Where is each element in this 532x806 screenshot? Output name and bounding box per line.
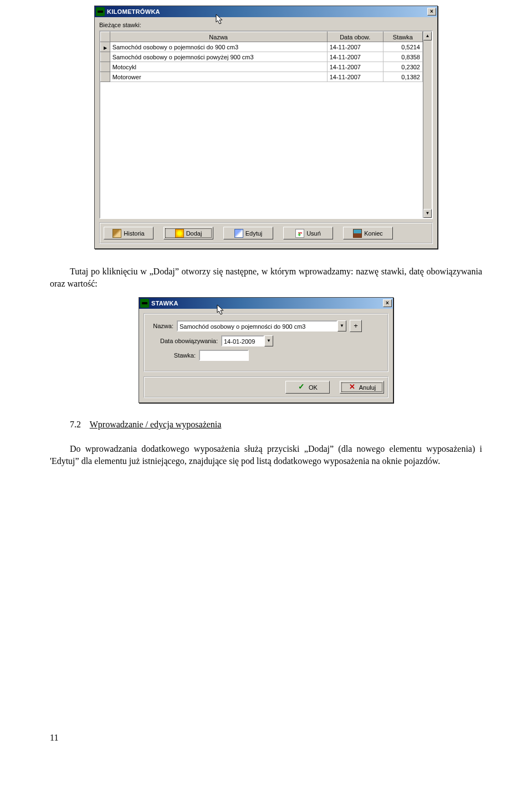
window-title: KILOMETRÓWKA	[107, 8, 160, 15]
stawka-label: Stawka:	[149, 352, 199, 359]
history-icon	[112, 229, 121, 238]
button-panel: OK Anuluj	[144, 376, 388, 398]
grid-marker-header	[101, 32, 110, 42]
app-icon	[140, 299, 149, 308]
anuluj-button[interactable]: Anuluj	[340, 381, 384, 394]
grid-row[interactable]: Samochód osobowy o pojemności powyżej 90…	[101, 52, 423, 62]
delete-icon	[295, 229, 304, 238]
scroll-up-button[interactable]: ▲	[423, 32, 432, 40]
button-panel: Historia Dodaj Edytuj Usuń Koniec	[99, 222, 433, 244]
edytuj-button[interactable]: Edytuj	[223, 227, 273, 239]
grid-col-stawka[interactable]: Stawka	[383, 32, 422, 42]
section-heading: 7.2 Wprowadzanie / edycja wyposażenia	[70, 420, 482, 430]
nazwa-dropdown-button[interactable]: ▼	[337, 320, 346, 331]
app-icon	[96, 7, 105, 16]
koniec-button[interactable]: Koniec	[343, 227, 393, 239]
data-input[interactable]: 14-01-2009	[221, 335, 264, 346]
stawka-input[interactable]	[199, 350, 249, 361]
kilometrowka-window: KILOMETRÓWKA × Bieżące stawki: Nazwa Dat…	[94, 6, 438, 249]
usun-button[interactable]: Usuń	[283, 227, 333, 239]
grid-row[interactable]: Samochód osobowy o pojemności do 900 cm3…	[101, 42, 423, 52]
titlebar[interactable]: STAWKA ×	[139, 298, 393, 309]
section-title: Wprowadzanie / edycja wyposażenia	[90, 420, 222, 429]
ok-icon	[298, 383, 306, 392]
add-icon	[175, 229, 184, 238]
nazwa-label: Nazwa:	[149, 323, 177, 329]
data-dropdown-button[interactable]: ▼	[264, 335, 273, 346]
rates-grid[interactable]: Nazwa Data obow. Stawka Samochód osobowy…	[99, 30, 433, 219]
historia-button[interactable]: Historia	[104, 227, 154, 239]
add-nazwa-button[interactable]: +	[350, 320, 362, 332]
body-paragraph-2: Do wprowadzania dodatkowego wyposażenia …	[50, 443, 482, 467]
grid-row[interactable]: Motocykl 14-11-2007 0,2302	[101, 62, 423, 72]
data-label: Data obowiązywania:	[149, 338, 221, 344]
grid-col-nazwa[interactable]: Nazwa	[110, 32, 327, 42]
nazwa-input[interactable]: Samochód osobowy o pojemności do 900 cm3	[177, 320, 337, 331]
dodaj-button[interactable]: Dodaj	[163, 227, 213, 239]
body-paragraph-1: Tutaj po kliknięciu w „Dodaj” otworzy si…	[50, 266, 482, 289]
form-panel: Nazwa: Samochód osobowy o pojemności do …	[144, 313, 388, 372]
window-title: STAWKA	[151, 300, 178, 307]
stawka-window: STAWKA × Nazwa: Samochód osobowy o pojem…	[139, 297, 393, 403]
close-button[interactable]: ×	[383, 299, 392, 307]
edit-icon	[234, 229, 243, 238]
titlebar[interactable]: KILOMETRÓWKA ×	[95, 6, 437, 17]
page-number: 11	[50, 733, 482, 743]
grid-scrollbar[interactable]: ▲ ▼	[423, 32, 432, 218]
exit-icon	[353, 229, 362, 238]
section-number: 7.2	[70, 420, 81, 429]
scroll-down-button[interactable]: ▼	[423, 209, 432, 218]
close-button[interactable]: ×	[427, 8, 436, 16]
cancel-icon	[348, 383, 357, 392]
grid-col-data[interactable]: Data obow.	[327, 32, 383, 42]
ok-button[interactable]: OK	[285, 381, 330, 394]
list-label: Bieżące stawki:	[99, 22, 433, 28]
grid-row[interactable]: Motorower 14-11-2007 0,1382	[101, 72, 423, 82]
